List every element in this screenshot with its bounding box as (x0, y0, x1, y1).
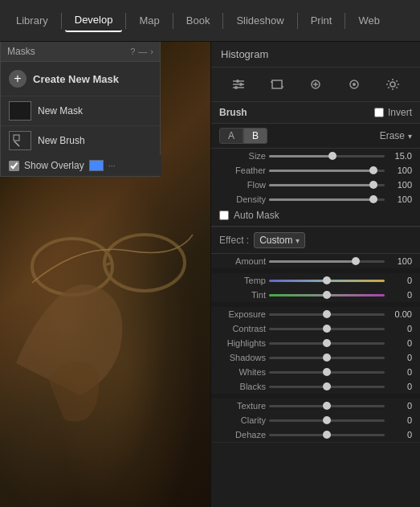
contrast-slider-thumb[interactable] (323, 325, 331, 333)
amount-slider-thumb[interactable] (352, 257, 360, 265)
shadows-slider-thumb[interactable] (323, 354, 331, 362)
size-slider-track[interactable] (269, 155, 385, 157)
invert-label: Invert (388, 107, 412, 118)
nav-print[interactable]: Print (301, 10, 342, 31)
svg-point-1 (104, 235, 185, 291)
nav-library[interactable]: Library (6, 10, 58, 31)
mask-panel-close-icon[interactable]: — (138, 47, 147, 56)
feather-label: Feather (219, 166, 266, 175)
mask-panel-question-icon[interactable]: ? (130, 47, 135, 56)
nav-book[interactable]: Book (177, 10, 220, 31)
overlay-menu-icon[interactable]: ··· (108, 161, 116, 170)
brush-ab-tabs: A B (219, 128, 267, 144)
amount-slider-track[interactable] (269, 260, 385, 263)
nav-map[interactable]: Map (129, 10, 169, 31)
feather-slider-track[interactable] (269, 170, 385, 172)
feather-slider-row: Feather 100 (211, 163, 420, 178)
brush-section-header: Brush Invert (211, 102, 420, 124)
nav-web[interactable]: Web (349, 10, 389, 31)
contrast-slider-track[interactable] (269, 328, 385, 330)
nav-slideshow[interactable]: Slideshow (226, 10, 293, 31)
heal-tool-button[interactable] (304, 74, 328, 95)
right-panel: Histogram (210, 42, 420, 507)
erase-button[interactable]: Erase ▾ (380, 130, 412, 141)
dehaze-slider-row: Dehaze 0 (211, 427, 420, 442)
histogram-header: Histogram (211, 42, 420, 67)
create-mask-plus-button[interactable]: + (9, 70, 27, 88)
invert-checkbox[interactable] (374, 108, 384, 117)
effect-label: Effect : (219, 235, 249, 246)
nav-develop[interactable]: Develop (65, 9, 123, 32)
auto-mask-label: Auto Mask (234, 210, 279, 221)
show-overlay-checkbox[interactable] (9, 161, 19, 171)
blacks-value: 0 (388, 382, 412, 391)
clarity-slider-track[interactable] (269, 419, 385, 422)
flow-value: 100 (388, 180, 412, 190)
blacks-slider-track[interactable] (269, 386, 385, 388)
density-slider-row: Density 100 (211, 192, 420, 206)
show-overlay-row: Show Overlay ··· (1, 155, 161, 176)
brush-tab-b[interactable]: B (243, 128, 267, 144)
left-panel: Masks ? — › + Create New Mask New Mask (0, 42, 210, 507)
amount-slider-fill (269, 260, 356, 263)
settings-icon (385, 78, 400, 91)
size-slider-thumb[interactable] (328, 152, 336, 160)
temp-slider-track[interactable] (269, 280, 385, 282)
clarity-label: Clarity (219, 415, 266, 425)
highlights-value: 0 (388, 338, 412, 348)
tint-slider-track[interactable] (269, 294, 385, 296)
whites-label: Whites (219, 367, 266, 377)
invert-row: Invert (374, 107, 412, 118)
svg-rect-3 (14, 135, 19, 141)
feather-value: 100 (388, 166, 412, 175)
whites-slider-thumb[interactable] (323, 368, 331, 376)
shadows-label: Shadows (219, 353, 266, 362)
flow-slider-thumb[interactable] (369, 181, 377, 189)
nav-sep-4 (222, 13, 223, 29)
whites-slider-track[interactable] (269, 371, 385, 374)
whites-slider-row: Whites 0 (211, 365, 420, 379)
flow-slider-track[interactable] (269, 184, 385, 186)
density-slider-thumb[interactable] (369, 195, 377, 203)
crop-icon (270, 78, 284, 91)
contrast-label: Contrast (219, 324, 266, 333)
mask-item-new-mask[interactable]: New Mask (1, 96, 160, 126)
density-slider-track[interactable] (269, 198, 385, 201)
erase-label: Erase (380, 130, 405, 141)
mask-panel-expand-icon[interactable]: › (150, 47, 153, 56)
highlights-slider-thumb[interactable] (323, 339, 331, 347)
brush-tab-a[interactable]: A (219, 128, 243, 144)
exposure-slider-track[interactable] (269, 313, 385, 316)
clarity-slider-row: Clarity 0 (211, 413, 420, 427)
overlay-color-button[interactable] (89, 160, 104, 171)
contrast-slider-row: Contrast 0 (211, 321, 420, 336)
mask-panel-icons: ? — › (130, 47, 153, 56)
effect-dropdown[interactable]: Custom ▾ (254, 232, 305, 248)
feather-slider-thumb[interactable] (369, 166, 377, 174)
settings-tool-button[interactable] (381, 74, 405, 95)
mask-thumbnail (9, 101, 31, 121)
dehaze-slider-track[interactable] (269, 434, 385, 436)
exposure-slider-thumb[interactable] (323, 310, 331, 318)
temp-slider-thumb[interactable] (323, 276, 331, 284)
flow-slider-fill (269, 184, 373, 186)
highlights-label: Highlights (219, 338, 266, 348)
texture-slider-thumb[interactable] (323, 402, 331, 410)
sliders-tool-button[interactable] (226, 74, 251, 95)
crop-tool-button[interactable] (265, 74, 289, 95)
temp-slider-row: Temp 0 (211, 273, 420, 288)
top-navigation: Library Develop Map Book Slideshow Print… (0, 0, 420, 42)
blacks-slider-thumb[interactable] (323, 382, 331, 390)
tint-slider-thumb[interactable] (323, 291, 331, 299)
svg-line-4 (14, 141, 19, 146)
texture-slider-track[interactable] (269, 405, 385, 407)
clarity-slider-thumb[interactable] (323, 416, 331, 424)
highlights-slider-track[interactable] (269, 342, 385, 345)
shadows-slider-track[interactable] (269, 357, 385, 359)
auto-mask-checkbox[interactable] (219, 211, 229, 220)
heal-icon (308, 78, 323, 91)
mask-tool-button[interactable] (342, 74, 366, 95)
brush-item-new-brush[interactable]: New Brush (1, 126, 160, 155)
dehaze-slider-thumb[interactable] (323, 431, 331, 439)
temp-label: Temp (219, 276, 266, 285)
